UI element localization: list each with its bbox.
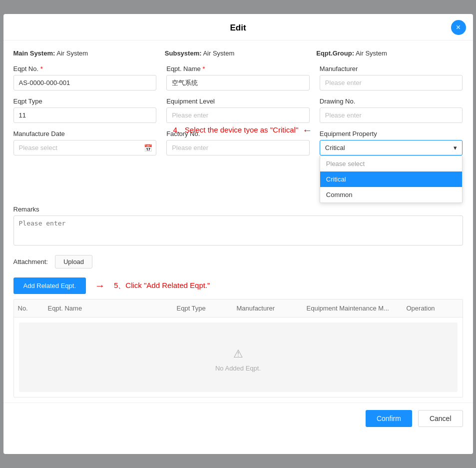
col-no: No. (14, 300, 44, 317)
confirm-button[interactable]: Confirm (366, 410, 412, 427)
equipment-property-label: Equipment Property (320, 130, 463, 138)
eqpt-type-input[interactable] (13, 108, 157, 123)
eqpt-type-label: Eqpt Type (13, 98, 157, 105)
eqpt-type-group: Eqpt Type (13, 98, 157, 123)
drawing-no-label: Drawing No. (320, 98, 463, 105)
equipment-property-menu: Please select Critical Common (320, 156, 463, 203)
dropdown-option-critical[interactable]: Critical (320, 172, 463, 187)
form-section-1: Eqpt No. * Eqpt. Name * Manufacturer (13, 65, 463, 90)
eqpt-group-info: Eqpt.Group: Air System (316, 50, 463, 57)
step5-text: 5、Click "Add Related Eqpt." (114, 281, 210, 290)
modal-header: Edit × (3, 14, 473, 40)
eqpt-name-group: Eqpt. Name * (166, 65, 310, 90)
remarks-label: Remarks (13, 206, 463, 213)
add-related-row: Add Related Eqpt.→ 5、Click "Add Related … (13, 278, 463, 294)
eqpt-no-label: Eqpt No. * (13, 65, 157, 72)
modal-title: Edit (230, 23, 246, 32)
modal-footer: Confirm Cancel (3, 402, 473, 432)
eqpt-no-group: Eqpt No. * (13, 65, 157, 90)
main-system-info: Main System: Air System (13, 50, 160, 57)
table-empty-state: ⚠ No Added Eqpt. (19, 322, 458, 392)
subsystem-info: Subsystem: Air System (165, 50, 311, 57)
step4-text: 4、Select the device tyoe as "Critical" (173, 126, 299, 135)
eqpt-name-label: Eqpt. Name * (166, 65, 310, 72)
step4-annotation: 4、Select the device tyoe as "Critical" ← (173, 124, 313, 136)
remarks-section: Remarks (13, 206, 463, 247)
manufacture-date-group: Manufacture Date 📅 (13, 130, 157, 156)
col-maintenance: Equipment Maintenance M... (303, 300, 403, 317)
warning-icon: ⚠ (233, 348, 243, 360)
manufacturer-label: Manufacturer (320, 65, 463, 72)
form-section-2: Eqpt Type Equipment Level Drawing No. (13, 98, 463, 123)
eqpt-group-value: Air System (356, 50, 387, 57)
col-eqpt-name: Eqpt. Name (44, 300, 173, 317)
manufacture-date-label: Manufacture Date (13, 130, 157, 138)
step5-arrow-icon: → (95, 280, 105, 292)
col-eqpt-type: Eqpt Type (173, 300, 233, 317)
factory-no-input[interactable] (166, 140, 310, 156)
drawing-no-group: Drawing No. (320, 98, 463, 123)
col-operation: Operation (403, 300, 463, 317)
equipment-property-select[interactable]: Critical ▾ (320, 140, 463, 156)
main-system-value: Air System (56, 50, 88, 57)
calendar-icon: 📅 (144, 144, 152, 152)
step4-arrow-icon: ← (302, 124, 312, 136)
manufacture-date-input[interactable] (13, 140, 157, 156)
equipment-property-dropdown[interactable]: Critical ▾ Please select Critical Common (320, 140, 463, 156)
subsystem-label: Subsystem: (165, 50, 202, 57)
col-manufacturer: Manufacturer (233, 300, 303, 317)
dropdown-option-please-select[interactable]: Please select (320, 156, 463, 172)
remarks-input[interactable] (13, 216, 463, 246)
manufacturer-group: Manufacturer (320, 65, 463, 90)
main-system-label: Main System: (13, 50, 55, 57)
drawing-no-input[interactable] (320, 108, 463, 123)
table-header: No. Eqpt. Name Eqpt Type Manufacturer Eq… (14, 300, 463, 318)
eqpt-group-label: Eqpt.Group: (316, 50, 354, 57)
equipment-level-label: Equipment Level (166, 98, 310, 105)
subsystem-value: Air System (203, 50, 234, 57)
equipment-level-input[interactable] (166, 108, 310, 123)
attachment-label: Attachment: (13, 258, 48, 266)
upload-button[interactable]: Upload (55, 255, 92, 268)
cancel-button[interactable]: Cancel (418, 410, 463, 427)
close-button[interactable]: × (451, 20, 466, 35)
eqpt-no-input[interactable] (13, 75, 157, 90)
dropdown-option-common[interactable]: Common (320, 187, 463, 202)
close-icon: × (456, 23, 461, 32)
date-input-wrap: 📅 (13, 140, 157, 156)
info-row: Main System: Air System Subsystem: Air S… (13, 50, 463, 57)
empty-text: No Added Eqpt. (215, 364, 261, 372)
equipment-property-group: Equipment Property Critical ▾ Please sel… (320, 130, 463, 156)
attachment-row: Attachment: Upload (13, 255, 463, 268)
chevron-down-icon: ▾ (454, 144, 457, 152)
add-related-button[interactable]: Add Related Eqpt. (13, 278, 86, 294)
equipment-level-group: Equipment Level (166, 98, 310, 123)
manufacturer-input[interactable] (320, 75, 463, 90)
eqpt-name-input[interactable] (166, 75, 310, 90)
related-eqpt-table: No. Eqpt. Name Eqpt Type Manufacturer Eq… (13, 299, 463, 398)
selected-value: Critical (325, 144, 345, 152)
